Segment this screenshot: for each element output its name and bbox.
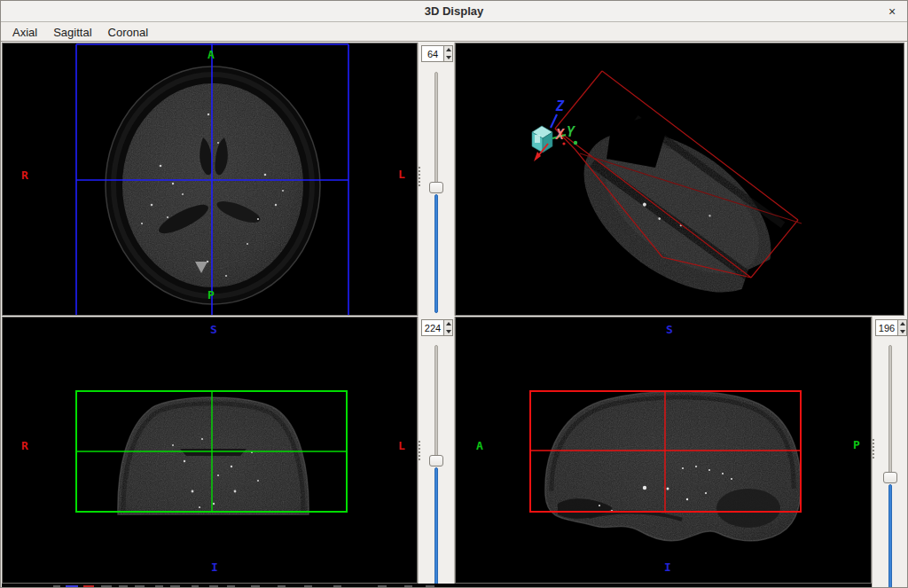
edge-tick bbox=[251, 585, 260, 587]
axial-slider-panel bbox=[418, 43, 455, 316]
axial-label-anterior: A bbox=[207, 49, 215, 60]
menu-coronal[interactable]: Coronal bbox=[100, 24, 157, 41]
close-icon[interactable]: × bbox=[884, 4, 900, 20]
edge-tick bbox=[192, 585, 199, 587]
coronal-label-inferior: I bbox=[211, 561, 218, 573]
coronal-spin-input[interactable] bbox=[421, 319, 443, 336]
edge-tick bbox=[227, 585, 235, 587]
axial-view[interactable]: A P R L bbox=[2, 43, 418, 316]
coronal-label-left: L bbox=[398, 440, 405, 451]
edge-tick bbox=[119, 585, 128, 587]
app-window: 3D Display × Axial Sagittal Coronal bbox=[0, 0, 908, 588]
coronal-slider-panel bbox=[418, 317, 455, 588]
sagittal-slider-track-upper[interactable] bbox=[888, 345, 892, 474]
pane-resize-handle[interactable] bbox=[873, 439, 875, 459]
sagittal-canvas[interactable] bbox=[456, 318, 871, 583]
pane-resize-handle[interactable] bbox=[419, 441, 421, 460]
axis-y-label: Y bbox=[567, 124, 575, 140]
axial-spinbox bbox=[421, 45, 453, 62]
sagittal-label-inferior: I bbox=[664, 561, 671, 573]
volume-3d-view[interactable]: Z X Y bbox=[455, 43, 904, 316]
sagittal-slider-track-lower[interactable] bbox=[888, 484, 892, 588]
coronal-spin-buttons bbox=[443, 319, 453, 336]
arrow-up-icon bbox=[446, 322, 451, 325]
edge-tick-red bbox=[83, 585, 94, 587]
menu-bar: Axial Sagittal Coronal bbox=[1, 23, 907, 42]
pane-resize-handle[interactable] bbox=[419, 167, 421, 186]
axial-spin-down-button[interactable] bbox=[444, 54, 452, 62]
sagittal-label-posterior: P bbox=[853, 439, 860, 451]
edge-tick bbox=[404, 585, 412, 587]
axis-x-label: X bbox=[554, 127, 565, 143]
edge-tick bbox=[378, 585, 387, 587]
sagittal-slider-handle[interactable] bbox=[883, 472, 897, 483]
axial-slider-handle[interactable] bbox=[429, 182, 443, 193]
arrow-down-icon bbox=[900, 330, 905, 333]
sagittal-label-superior: S bbox=[666, 324, 673, 335]
sagittal-spin-input[interactable] bbox=[875, 319, 897, 336]
axial-slider-track-upper[interactable] bbox=[434, 72, 438, 184]
axial-slider-track-lower[interactable] bbox=[434, 194, 438, 313]
axial-label-posterior: P bbox=[207, 289, 215, 301]
menu-sagittal[interactable]: Sagittal bbox=[45, 24, 99, 41]
edge-tick bbox=[101, 585, 112, 587]
sagittal-spin-down-button[interactable] bbox=[898, 328, 906, 336]
sagittal-spinbox bbox=[875, 319, 907, 336]
edge-tick bbox=[170, 585, 180, 587]
coronal-spinbox bbox=[421, 319, 453, 336]
edge-tick bbox=[53, 585, 60, 587]
coronal-label-superior: S bbox=[210, 324, 217, 335]
axial-label-left: L bbox=[398, 169, 405, 180]
title-bar: 3D Display × bbox=[1, 1, 907, 22]
edge-tick bbox=[155, 585, 163, 587]
edge-tick-blue bbox=[66, 585, 78, 587]
coronal-spin-up-button[interactable] bbox=[444, 320, 452, 328]
menu-axial[interactable]: Axial bbox=[4, 24, 45, 41]
coronal-view[interactable]: S I R L bbox=[2, 317, 418, 584]
sagittal-view[interactable]: S I A P bbox=[455, 317, 872, 584]
axial-spin-up-button[interactable] bbox=[444, 46, 452, 54]
coronal-canvas[interactable] bbox=[3, 318, 417, 583]
arrow-up-icon bbox=[446, 48, 451, 51]
sagittal-slider[interactable] bbox=[873, 345, 908, 588]
axis-z-label: Z bbox=[555, 98, 565, 114]
edge-tick bbox=[333, 585, 341, 587]
arrow-down-icon bbox=[446, 330, 451, 333]
sagittal-spin-up-button[interactable] bbox=[898, 320, 906, 328]
arrow-up-icon bbox=[900, 322, 905, 325]
edge-tick bbox=[278, 585, 286, 587]
axial-slider[interactable] bbox=[419, 72, 454, 313]
coronal-spin-down-button[interactable] bbox=[444, 328, 452, 336]
sagittal-slider-panel bbox=[872, 317, 908, 588]
edge-tick bbox=[304, 585, 312, 587]
coronal-slider[interactable] bbox=[419, 345, 454, 588]
edge-tick bbox=[209, 585, 218, 587]
edge-tick bbox=[135, 585, 145, 587]
axial-spin-input[interactable] bbox=[421, 45, 443, 62]
coronal-slider-track-lower[interactable] bbox=[434, 467, 438, 588]
axial-label-right: R bbox=[21, 169, 28, 181]
sagittal-label-anterior: A bbox=[476, 440, 483, 451]
axial-spin-buttons bbox=[443, 45, 453, 62]
coronal-slider-handle[interactable] bbox=[429, 455, 443, 466]
arrow-down-icon bbox=[446, 56, 451, 59]
volume-3d-canvas[interactable]: Z X Y bbox=[456, 43, 904, 315]
coronal-slider-track-upper[interactable] bbox=[434, 345, 438, 458]
window-title: 3D Display bbox=[425, 4, 483, 18]
bottom-edge-strip bbox=[2, 584, 872, 588]
axial-brain-image bbox=[106, 67, 322, 304]
sagittal-spin-buttons bbox=[897, 319, 907, 336]
edge-tick bbox=[426, 585, 434, 587]
coronal-label-right: R bbox=[21, 440, 28, 451]
axial-canvas[interactable] bbox=[3, 43, 417, 315]
